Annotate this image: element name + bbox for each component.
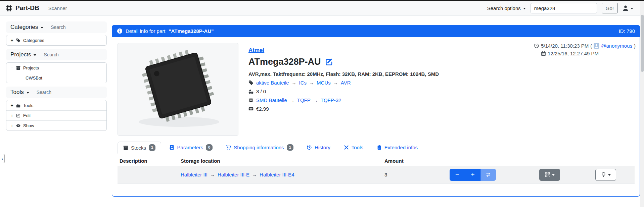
tab-extended-infos[interactable]: Extended infos: [371, 142, 423, 153]
nav-item-scanner[interactable]: Scanner: [48, 5, 67, 11]
tree-item-cwsbot[interactable]: CWSBot: [6, 73, 106, 83]
category-link[interactable]: MCUs: [317, 80, 331, 86]
tree-item-tools[interactable]: + Tools: [6, 100, 106, 110]
cart-icon: [226, 145, 231, 150]
part-detail-header: Detail info for part "ATmega328P-AU" ID:…: [112, 25, 640, 37]
search-input[interactable]: [531, 3, 597, 13]
led-locate-dropdown-button[interactable]: [595, 169, 616, 181]
arrow-separator: [313, 97, 318, 103]
modified-timestamp: 5/14/20, 11:30:23 PM: [541, 43, 589, 49]
projects-search-input[interactable]: [44, 52, 87, 57]
money-bill-icon: [248, 106, 254, 111]
part-image: [118, 43, 238, 135]
storage-location-link[interactable]: Halbleiter III: [181, 172, 208, 177]
storage-location-link[interactable]: Halbleiter III-E: [218, 172, 249, 177]
decrease-stock-button[interactable]: −: [450, 169, 465, 181]
chevron-down-icon: [41, 27, 43, 29]
categories-search-input[interactable]: [51, 24, 94, 30]
qr-label-dropdown-button[interactable]: [539, 169, 560, 181]
user-menu-dropdown[interactable]: [623, 5, 633, 11]
microchip-icon: [5, 5, 12, 12]
categories-dropdown[interactable]: Categories: [10, 24, 43, 31]
tree-item-categories[interactable]: + Categories: [6, 35, 106, 45]
tools-dropdown[interactable]: Tools: [10, 89, 29, 96]
expand-toggle[interactable]: +: [10, 123, 13, 128]
arrow-separator: [290, 97, 294, 103]
tree-item-label: Show: [23, 123, 34, 128]
tree-item-label: Tools: [23, 103, 33, 108]
tab-label: Tools: [352, 145, 363, 150]
expand-toggle[interactable]: +: [10, 103, 13, 108]
tree-item-projects[interactable]: − Projects: [6, 63, 106, 73]
category-row: aktive Bauteile ICs MCUs AVR: [248, 80, 439, 86]
toolbox-icon: [16, 103, 20, 108]
tree-item-show[interactable]: + Show: [6, 120, 106, 131]
expand-toggle[interactable]: +: [10, 113, 13, 118]
lightbulb-icon: [601, 172, 606, 177]
tab-parameters[interactable]: Parameters 0: [164, 142, 218, 153]
chevron-down-icon: [27, 92, 29, 94]
eye-icon: [16, 123, 20, 128]
search-options-label: Search options: [487, 5, 521, 11]
stock-adjust-button-group: − +: [450, 169, 496, 181]
top-navbar: Part-DB Scanner Search options Go!: [0, 1, 644, 16]
edit-part-icon[interactable]: [325, 58, 333, 66]
column-header-amount: Amount: [384, 158, 450, 164]
created-timestamp: 12/25/16, 12:27:49 PM: [548, 51, 599, 56]
part-detail-card: Detail info for part "ATmega328P-AU" ID:…: [112, 25, 640, 197]
tab-label: Stocks: [131, 145, 146, 151]
vertical-scrollbar[interactable]: [640, 1, 644, 207]
tools-tree: + Tools + Edit + Show: [6, 100, 107, 131]
tab-badge: 1: [287, 144, 293, 151]
projects-dropdown[interactable]: Projects: [10, 51, 36, 58]
sidebar: Categories + Categories Projects − Proje…: [6, 21, 107, 134]
arrow-separator: [292, 80, 296, 86]
increase-stock-button[interactable]: +: [465, 169, 480, 181]
footprint-link[interactable]: TQFP: [297, 97, 311, 103]
tab-shopping-informations[interactable]: Shopping informations 1: [221, 142, 299, 153]
tab-history[interactable]: History: [302, 142, 336, 153]
expand-toggle[interactable]: +: [10, 38, 13, 43]
footprint-link[interactable]: TQFP-32: [321, 97, 341, 103]
move-stock-button[interactable]: [481, 169, 496, 181]
tree-item-edit[interactable]: + Edit: [6, 110, 106, 120]
avatar: [594, 43, 599, 49]
category-link[interactable]: aktive Bauteile: [256, 80, 289, 86]
storage-location-link[interactable]: Halbleiter III-E4: [260, 172, 294, 177]
search-options-dropdown[interactable]: Search options: [487, 5, 526, 11]
qr-code-icon: [545, 172, 550, 177]
collapse-toggle[interactable]: −: [10, 65, 13, 70]
manufacturer-link[interactable]: Atmel: [248, 47, 264, 53]
clipboard-icon: [377, 145, 382, 150]
chevron-down-icon: [523, 8, 526, 9]
user-link[interactable]: @anonymous: [601, 43, 632, 49]
created-row: 12/25/16, 12:27:49 PM: [534, 50, 636, 57]
brand-link[interactable]: Part-DB: [5, 4, 39, 12]
microchip-icon: [248, 98, 254, 103]
stocks-table-header: Description Storage location Amount: [118, 156, 635, 166]
price-row: €2.99: [248, 106, 439, 112]
go-button[interactable]: Go!: [602, 3, 618, 13]
history-icon: [307, 145, 312, 150]
info-circle-icon: [117, 28, 123, 34]
tab-tools[interactable]: Tools: [338, 142, 369, 153]
column-header-storage-location: Storage location: [181, 158, 384, 164]
scrollbar-thumb[interactable]: [641, 15, 644, 72]
category-link[interactable]: ICs: [299, 80, 307, 86]
tools-search-input[interactable]: [37, 90, 80, 95]
tab-label: History: [315, 145, 330, 150]
projects-panel-title: Projects: [10, 51, 31, 58]
stock-summary-row: 3 / 0: [248, 89, 439, 94]
history-icon: [534, 43, 539, 48]
tab-badge: 1: [149, 144, 155, 151]
tab-label: Parameters: [177, 145, 203, 150]
footprint-link[interactable]: SMD Bauteile: [256, 97, 287, 103]
chevron-down-icon: [631, 8, 633, 9]
tab-stocks[interactable]: Stocks 1: [118, 142, 161, 154]
category-link[interactable]: AVR: [341, 80, 351, 86]
sidebar-collapse-handle[interactable]: ‹: [0, 154, 5, 163]
tag-icon: [248, 80, 254, 85]
arrow-separator: [333, 80, 338, 86]
tree-item-label: Categories: [23, 38, 44, 43]
paren-close: ): [634, 43, 636, 49]
